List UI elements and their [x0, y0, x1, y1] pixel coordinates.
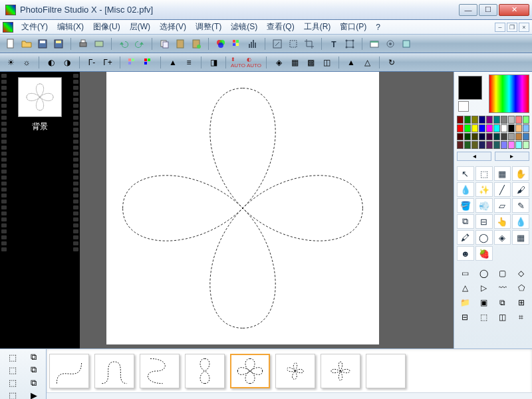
sm-btn3[interactable]: ⬚ — [3, 364, 22, 375]
palette-icon[interactable] — [230, 37, 243, 51]
copy-icon[interactable] — [158, 37, 171, 51]
color-spectrum[interactable] — [489, 74, 529, 113]
blur-tool[interactable]: 💧 — [512, 214, 529, 229]
rgb-icon[interactable] — [214, 37, 227, 51]
auto-contrast-icon[interactable]: ⬍AUTO — [231, 56, 245, 69]
strawberry-icon[interactable]: 🍓 — [475, 246, 493, 261]
palette-swatch[interactable] — [508, 133, 515, 141]
open-icon[interactable] — [20, 37, 33, 51]
shape-ellipse-icon[interactable]: ◯ — [475, 267, 491, 279]
shape-rect-icon[interactable]: ▭ — [457, 267, 473, 279]
sm-btn7[interactable]: ⬚ — [3, 390, 22, 399]
retouch-tool[interactable]: ◯ — [475, 230, 493, 245]
horizontal-scrollbar[interactable] — [47, 392, 532, 399]
crop-icon[interactable] — [303, 37, 316, 51]
menu-window[interactable]: 窗口(P) — [336, 20, 370, 34]
opt1-icon[interactable]: ▣ — [475, 297, 491, 309]
grayscale-icon[interactable]: ◨ — [207, 56, 220, 69]
palette-swatch[interactable] — [515, 133, 522, 141]
levels-icon[interactable]: ≡ — [182, 56, 196, 69]
palette-swatch[interactable] — [479, 116, 485, 124]
art-tool[interactable]: 🖍 — [457, 230, 474, 245]
shape-folder-icon[interactable]: 📁 — [457, 297, 473, 309]
saturation-plus-icon[interactable] — [142, 56, 155, 69]
paste-icon[interactable] — [174, 37, 187, 51]
menu-help[interactable]: ? — [372, 21, 384, 33]
automate-icon[interactable] — [384, 37, 397, 51]
palette-swatch[interactable] — [523, 124, 529, 132]
noise-icon[interactable]: ▩ — [304, 56, 317, 69]
foreground-color[interactable] — [458, 76, 482, 100]
minimize-button[interactable]: — — [459, 4, 477, 16]
color-swatches[interactable] — [457, 74, 487, 113]
palette-swatch[interactable] — [457, 133, 464, 141]
mdi-minimize-button[interactable]: – — [495, 23, 505, 32]
palette-swatch[interactable] — [479, 141, 485, 149]
face-icon[interactable]: ☻ — [457, 246, 474, 261]
relief-icon[interactable]: ◫ — [320, 56, 333, 69]
histogram-icon[interactable] — [246, 37, 259, 51]
color-palette[interactable] — [457, 116, 529, 149]
bucket-tool[interactable]: 🪣 — [457, 198, 474, 213]
palette-swatch[interactable] — [523, 141, 529, 149]
close-button[interactable]: ✕ — [499, 4, 529, 16]
save-as-icon[interactable] — [52, 37, 65, 51]
eyedropper-tool[interactable]: 💧 — [457, 182, 474, 197]
line-tool[interactable]: ╱ — [494, 182, 511, 197]
sm-btn2[interactable]: ⧉ — [24, 352, 43, 362]
shape-lasso-icon[interactable]: 〰 — [495, 282, 511, 294]
palette-swatch[interactable] — [508, 141, 515, 149]
menu-adjust[interactable]: 调整(T) — [192, 20, 225, 34]
contrast-plus-icon[interactable]: ◑ — [61, 56, 74, 69]
sm-play-icon[interactable]: ▶ — [24, 390, 43, 399]
deform-tool[interactable]: ◈ — [494, 230, 511, 245]
opt4-icon[interactable]: ⊟ — [457, 311, 473, 323]
palette-swatch[interactable] — [515, 116, 522, 124]
palette-swatch[interactable] — [486, 116, 493, 124]
pencil-tool[interactable]: ✎ — [512, 198, 529, 213]
palette-swatch[interactable] — [523, 133, 529, 141]
menu-image[interactable]: 图像(U) — [89, 20, 124, 34]
palette-swatch[interactable] — [457, 116, 464, 124]
palette-swatch[interactable] — [471, 133, 478, 141]
brightness-plus-icon[interactable]: ☼ — [20, 56, 33, 69]
layer-thumbnail[interactable] — [18, 77, 62, 117]
palette-swatch[interactable] — [493, 116, 500, 124]
palette-swatch[interactable] — [479, 124, 485, 132]
sm-btn1[interactable]: ⬚ — [3, 352, 22, 362]
mirror-v-icon[interactable]: △ — [360, 56, 374, 69]
menu-edit[interactable]: 编辑(X) — [53, 20, 88, 34]
shape-polygon-icon[interactable]: ⬠ — [513, 282, 529, 294]
scanner-icon[interactable] — [92, 37, 106, 51]
blur-icon[interactable]: ▦ — [288, 56, 301, 69]
hand-tool[interactable]: ✋ — [512, 166, 529, 181]
background-color[interactable] — [458, 101, 469, 112]
palette-swatch[interactable] — [486, 133, 493, 141]
palette-swatch[interactable] — [471, 124, 478, 132]
menu-select[interactable]: 选择(V) — [156, 20, 190, 34]
palette-swatch[interactable] — [464, 124, 471, 132]
paste-new-icon[interactable] — [190, 37, 203, 51]
menu-tools[interactable]: 工具(R) — [300, 20, 335, 34]
gamma-minus-icon[interactable]: Γ- — [85, 56, 98, 69]
eraser-tool[interactable]: ▱ — [494, 198, 511, 213]
gamma-plus-icon[interactable]: Γ+ — [101, 56, 114, 69]
opt7-icon[interactable]: ⌗ — [513, 311, 529, 323]
palette-swatch[interactable] — [508, 116, 515, 124]
canvas-size-icon[interactable] — [287, 37, 300, 51]
maximize-button[interactable]: ☐ — [479, 4, 497, 16]
palette-swatch[interactable] — [486, 124, 493, 132]
palette-swatch[interactable] — [515, 141, 522, 149]
grid-icon[interactable]: ▦ — [512, 230, 529, 245]
sm-btn6[interactable]: ⧉ — [24, 378, 43, 388]
text-icon[interactable]: T — [327, 37, 340, 51]
brightness-minus-icon[interactable]: ☀ — [4, 56, 17, 69]
palette-prev-button[interactable]: ◂ — [457, 152, 491, 161]
palette-swatch[interactable] — [457, 124, 464, 132]
opt6-icon[interactable]: ◫ — [495, 311, 511, 323]
opt3-icon[interactable]: ⊞ — [513, 297, 529, 309]
palette-swatch[interactable] — [501, 141, 507, 149]
spray-tool[interactable]: 💨 — [475, 198, 493, 213]
palette-swatch[interactable] — [471, 141, 478, 149]
rotate-icon[interactable]: ↻ — [385, 56, 398, 69]
